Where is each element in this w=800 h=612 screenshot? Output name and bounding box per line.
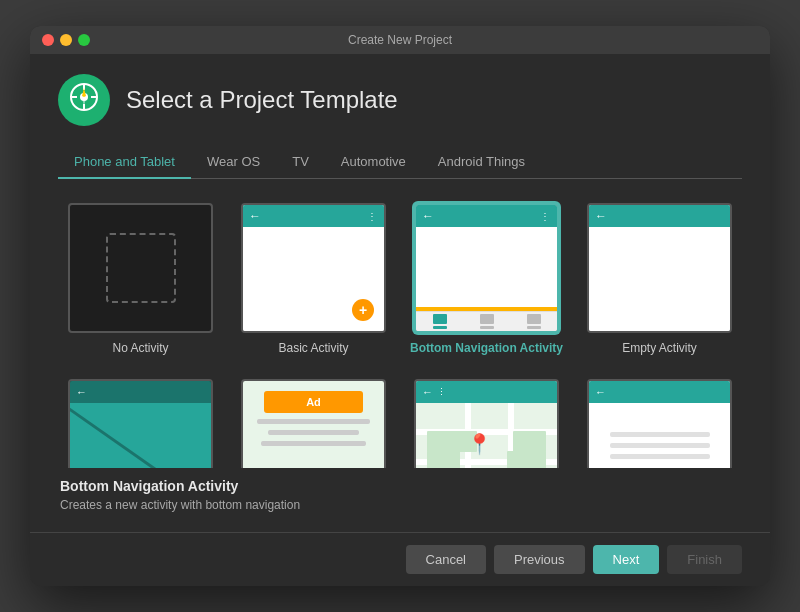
android-studio-icon [69,82,99,119]
tab-tv[interactable]: TV [276,146,325,179]
svg-marker-7 [82,97,86,106]
template-grid-container: No Activity ← ⋮ + [58,195,742,468]
window-controls [42,34,90,46]
maps-mockup: ← ⋮ 📍 [416,381,557,468]
info-description: Creates a new activity with bottom navig… [60,498,740,512]
tab-phone-tablet[interactable]: Phone and Tablet [58,146,191,179]
login-field-2 [610,443,710,448]
template-basic-activity-preview: ← ⋮ + [241,203,386,333]
bottom-nav-topbar: ← ⋮ [416,205,557,227]
fullscreen-topbar: ← [70,381,211,403]
page-title: Select a Project Template [126,86,398,114]
template-empty-activity-preview: ← [587,203,732,333]
map-topbar: ← ⋮ [416,381,557,403]
content-area: Select a Project Template Phone and Tabl… [30,54,770,532]
template-bottom-nav-preview: ← ⋮ [414,203,559,333]
template-bottom-nav[interactable]: ← ⋮ [406,199,567,363]
map-dots-icon: ⋮ [437,387,446,397]
template-basic-activity-label: Basic Activity [278,341,348,355]
main-window: Create New Project [30,26,770,586]
svg-marker-6 [82,88,86,97]
fab-button: + [352,299,374,321]
basic-activity-mockup: ← ⋮ + [243,205,384,331]
template-no-activity-label: No Activity [112,341,168,355]
menu-dots-icon: ⋮ [367,211,378,222]
login-mockup: ← [589,381,730,468]
template-empty-activity[interactable]: ← Empty Activity [579,199,740,363]
tab-automotive[interactable]: Automotive [325,146,422,179]
template-maps-preview: ← ⋮ 📍 [414,379,559,468]
template-login-preview: ← [587,379,732,468]
menu-dots-icon: ⋮ [540,211,551,222]
back-arrow-icon: ← [422,386,433,398]
ad-line-1 [257,419,370,424]
ad-banner: Ad [264,391,363,413]
tab-wear-os[interactable]: Wear OS [191,146,276,179]
back-arrow-icon: ← [595,386,606,398]
titlebar: Create New Project [30,26,770,54]
back-arrow-icon: ← [595,209,607,223]
bottom-nav-mockup: ← ⋮ [416,205,557,331]
ads-mockup: Ad [243,381,384,468]
basic-topbar: ← ⋮ [243,205,384,227]
template-basic-activity[interactable]: ← ⋮ + Basic Activity [233,199,394,363]
login-field-3 [610,454,710,459]
back-arrow-icon: ← [249,209,261,223]
window-title: Create New Project [348,33,452,47]
tab-android-things[interactable]: Android Things [422,146,541,179]
category-tabs: Phone and Tablet Wear OS TV Automotive A… [58,146,742,179]
finish-button[interactable]: Finish [667,545,742,574]
ad-line-2 [268,430,360,435]
no-activity-dashed-box [106,233,176,303]
template-grid: No Activity ← ⋮ + [58,195,742,468]
template-fullscreen[interactable]: ← Fullscreen Activity [60,375,221,468]
template-ads[interactable]: Ad Google AdMob Ads Activity [233,375,394,468]
login-body [589,403,730,468]
close-button[interactable] [42,34,54,46]
template-bottom-nav-label: Bottom Navigation Activity [410,341,563,355]
bottom-nav-bar [416,311,557,331]
app-logo [58,74,110,126]
next-button[interactable]: Next [593,545,660,574]
login-topbar: ← [589,381,730,403]
ad-line-3 [261,441,367,446]
login-field-1 [610,432,710,437]
footer: Cancel Previous Next Finish [30,532,770,586]
map-pin-icon: 📍 [467,432,492,456]
empty-body [589,227,730,331]
maximize-button[interactable] [78,34,90,46]
info-title: Bottom Navigation Activity [60,478,740,494]
cancel-button[interactable]: Cancel [406,545,486,574]
back-arrow-icon: ← [76,386,87,398]
minimize-button[interactable] [60,34,72,46]
basic-body: + [243,227,384,331]
info-panel: Bottom Navigation Activity Creates a new… [58,468,742,516]
template-no-activity[interactable]: No Activity [60,199,221,363]
template-fullscreen-preview: ← [68,379,213,468]
back-arrow-icon: ← [422,209,434,223]
template-empty-activity-label: Empty Activity [622,341,697,355]
template-ads-preview: Ad [241,379,386,468]
fullscreen-mockup: ← [70,381,211,468]
empty-activity-mockup: ← [589,205,730,331]
page-header: Select a Project Template [58,74,742,126]
template-maps[interactable]: ← ⋮ 📍 Google Maps Activity [406,375,567,468]
template-no-activity-preview [68,203,213,333]
template-login[interactable]: ← Login Activity [579,375,740,468]
bottom-nav-body [416,227,557,311]
empty-topbar: ← [589,205,730,227]
previous-button[interactable]: Previous [494,545,585,574]
diagonal-decoration [70,401,192,468]
